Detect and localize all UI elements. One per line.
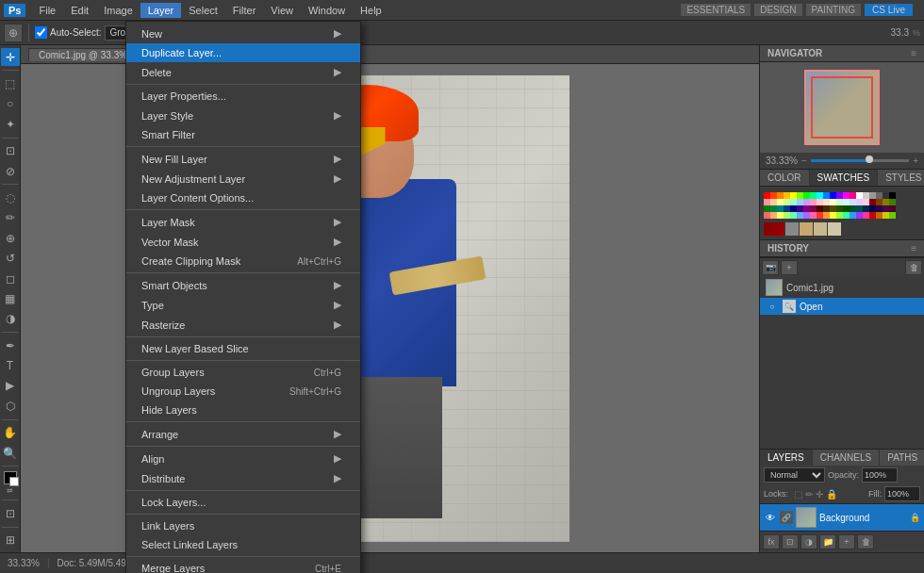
menu-merge-layers[interactable]: Merge Layers Ctrl+E <box>126 559 360 573</box>
menu-select-linked-label: Select Linked Layers <box>141 539 341 550</box>
menu-section-4: Layer Mask ▶ Vector Mask ▶ Create Clippi… <box>126 210 360 273</box>
menu-layer-content-options[interactable]: Layer Content Options... <box>126 188 360 207</box>
menu-arrange-label: Arrange <box>141 429 334 440</box>
menu-smart-objects-label: Smart Objects <box>141 280 334 291</box>
menu-rasterize-label: Rasterize <box>141 319 334 331</box>
menu-group-layers[interactable]: Group Layers Ctrl+G <box>126 363 360 382</box>
menu-duplicate-layer[interactable]: Duplicate Layer... <box>126 43 360 62</box>
menu-section-12: Merge Layers Ctrl+E Merge Visible Shift+… <box>126 557 360 573</box>
menu-type-arrow: ▶ <box>334 299 341 311</box>
menu-hide-layers[interactable]: Hide Layers <box>126 401 360 419</box>
menu-layer-mask-arrow: ▶ <box>334 216 341 228</box>
menu-new-fill-layer[interactable]: New Fill Layer ▶ <box>126 149 360 169</box>
menu-image[interactable]: Image <box>96 3 140 18</box>
menu-link-layers[interactable]: Link Layers <box>126 516 360 535</box>
menu-section-5: Smart Objects ▶ Type ▶ Rasterize ▶ <box>126 273 360 337</box>
menu-clipping-shortcut: Alt+Ctrl+G <box>297 256 341 267</box>
menu-delete-label: Delete <box>141 67 334 78</box>
menu-new-label: New <box>141 28 334 40</box>
menu-section-2: Layer Properties... Layer Style ▶ Smart … <box>126 85 360 147</box>
menu-layer-mask[interactable]: Layer Mask ▶ <box>126 212 360 232</box>
menu-select-linked[interactable]: Select Linked Layers <box>126 535 360 554</box>
menu-align[interactable]: Align ▶ <box>126 449 360 468</box>
menu-help[interactable]: Help <box>353 3 389 18</box>
menu-type[interactable]: Type ▶ <box>126 295 360 315</box>
menu-layer[interactable]: Layer <box>140 3 182 18</box>
menu-delete-arrow: ▶ <box>334 66 341 78</box>
menu-vector-mask[interactable]: Vector Mask ▶ <box>126 232 360 252</box>
menu-align-arrow: ▶ <box>334 452 341 465</box>
menu-section-1: New ▶ Duplicate Layer... Delete ▶ <box>126 22 360 85</box>
menu-filter[interactable]: Filter <box>225 3 263 18</box>
layer-menu: New ▶ Duplicate Layer... Delete ▶ Layer … <box>125 21 361 573</box>
workspace-painting[interactable]: PAINTING <box>806 4 861 16</box>
menu-vector-mask-arrow: ▶ <box>334 236 341 248</box>
menu-layer-style-label: Layer Style <box>141 110 334 122</box>
menu-lock-layers[interactable]: Lock Layers... <box>126 493 360 512</box>
menu-delete[interactable]: Delete ▶ <box>126 62 360 82</box>
menu-create-clipping[interactable]: Create Clipping Mask Alt+Ctrl+G <box>126 252 360 270</box>
menu-file[interactable]: File <box>31 3 63 18</box>
menu-content-options-label: Layer Content Options... <box>141 192 341 204</box>
menu-rasterize[interactable]: Rasterize ▶ <box>126 315 360 335</box>
menu-smart-filter-label: Smart Filter <box>141 129 341 140</box>
menu-section-10: Lock Layers... <box>126 491 360 515</box>
app-logo: Ps <box>4 4 25 17</box>
menu-bar: Ps File Edit Image Layer Select Filter V… <box>0 0 924 21</box>
menu-new-fill-arrow: ▶ <box>334 153 341 165</box>
menu-duplicate-label: Duplicate Layer... <box>141 47 341 58</box>
menu-rasterize-arrow: ▶ <box>334 319 341 331</box>
menu-ungroup-label: Ungroup Layers <box>141 385 289 397</box>
menu-new-fill-layer-label: New Fill Layer <box>141 154 334 165</box>
menu-group-shortcut: Ctrl+G <box>314 368 341 378</box>
menu-layer-mask-label: Layer Mask <box>141 217 334 228</box>
menu-section-8: Arrange ▶ <box>126 422 360 447</box>
menu-merge-label: Merge Layers <box>141 563 315 573</box>
menu-distribute-label: Distribute <box>141 473 334 484</box>
menu-layer-props[interactable]: Layer Properties... <box>126 87 360 106</box>
menu-hide-label: Hide Layers <box>141 404 341 416</box>
menu-new[interactable]: New ▶ <box>126 24 360 43</box>
menu-merge-shortcut: Ctrl+E <box>315 564 341 574</box>
menu-section-6: New Layer Based Slice <box>126 337 360 361</box>
menu-smart-objects[interactable]: Smart Objects ▶ <box>126 275 360 295</box>
menu-window[interactable]: Window <box>301 3 353 18</box>
menu-smart-objects-arrow: ▶ <box>334 279 341 291</box>
menu-new-adj-label: New Adjustment Layer <box>141 173 334 185</box>
menu-new-adj-arrow: ▶ <box>334 172 341 185</box>
menu-arrange-arrow: ▶ <box>334 428 341 440</box>
menu-layer-style[interactable]: Layer Style ▶ <box>126 106 360 125</box>
menu-layer-props-label: Layer Properties... <box>141 90 341 102</box>
menu-section-3: New Fill Layer ▶ New Adjustment Layer ▶ … <box>126 147 360 210</box>
menu-distribute-arrow: ▶ <box>334 472 341 484</box>
menu-vector-mask-label: Vector Mask <box>141 237 334 248</box>
workspace-essentials[interactable]: ESSENTIALS <box>681 4 751 16</box>
menu-slice-label: New Layer Based Slice <box>141 343 341 354</box>
menu-distribute[interactable]: Distribute ▶ <box>126 468 360 488</box>
menu-clipping-label: Create Clipping Mask <box>141 255 297 267</box>
menu-group-label: Group Layers <box>141 367 314 378</box>
workspace-design[interactable]: DESIGN <box>754 4 801 16</box>
menu-type-label: Type <box>141 300 334 311</box>
menu-view[interactable]: View <box>263 3 301 18</box>
menu-section-7: Group Layers Ctrl+G Ungroup Layers Shift… <box>126 361 360 422</box>
menu-edit[interactable]: Edit <box>63 3 96 18</box>
menu-arrange[interactable]: Arrange ▶ <box>126 424 360 444</box>
menu-new-arrow: ▶ <box>334 27 341 40</box>
menu-smart-filter[interactable]: Smart Filter <box>126 125 360 144</box>
menu-new-adj-layer[interactable]: New Adjustment Layer ▶ <box>126 169 360 188</box>
menu-align-label: Align <box>141 453 334 465</box>
menu-ungroup-layers[interactable]: Ungroup Layers Shift+Ctrl+G <box>126 382 360 401</box>
menu-layer-style-arrow: ▶ <box>334 109 341 122</box>
menu-lock-layers-label: Lock Layers... <box>141 497 341 508</box>
cslive-button[interactable]: CS Live <box>865 4 913 16</box>
menu-ungroup-shortcut: Shift+Ctrl+G <box>289 386 341 397</box>
menu-select[interactable]: Select <box>181 3 225 18</box>
menu-link-label: Link Layers <box>141 520 341 532</box>
menu-new-layer-based-slice[interactable]: New Layer Based Slice <box>126 339 360 358</box>
menu-section-9: Align ▶ Distribute ▶ <box>126 447 360 491</box>
menu-section-11: Link Layers Select Linked Layers <box>126 515 360 557</box>
